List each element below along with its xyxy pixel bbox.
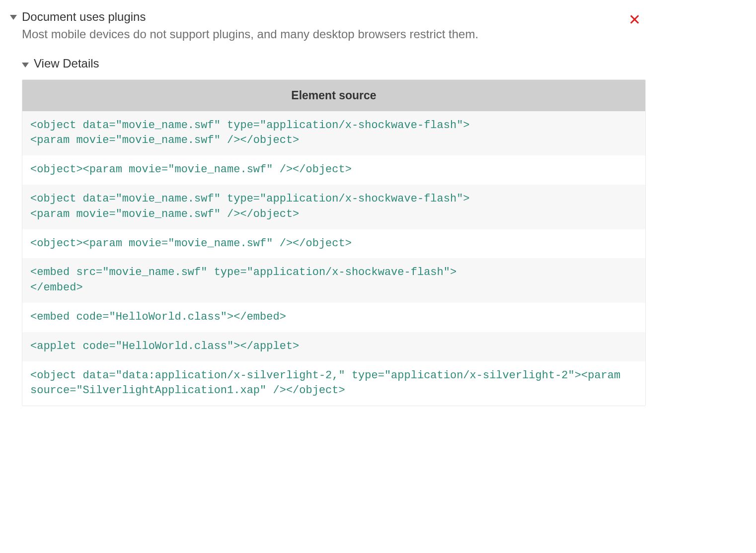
details-section: View Details Element source <object data… xyxy=(22,57,646,407)
table-row: <embed src="movie_name.swf" type="applic… xyxy=(22,258,645,303)
details-label: View Details xyxy=(34,57,99,70)
audit-container: Document uses plugins ✕ Most mobile devi… xyxy=(10,10,646,406)
chevron-down-icon xyxy=(22,63,29,68)
table-row: <object><param movie="movie_name.swf" />… xyxy=(22,155,645,185)
table-row: <embed code="HelloWorld.class"></embed> xyxy=(22,303,645,332)
audit-title: Document uses plugins xyxy=(22,10,146,24)
table-row: <object data="movie_name.swf" type="appl… xyxy=(22,185,645,229)
details-toggle[interactable]: View Details xyxy=(22,57,646,70)
chevron-down-icon[interactable] xyxy=(10,15,17,20)
fail-icon: ✕ xyxy=(628,11,641,28)
table-body: <object data="movie_name.swf" type="appl… xyxy=(22,111,645,406)
table-header: Element source xyxy=(22,80,645,111)
audit-header: Document uses plugins ✕ xyxy=(10,10,646,24)
table-row: <object data="data:application/x-silverl… xyxy=(22,361,645,406)
table-row: <applet code="HelloWorld.class"></applet… xyxy=(22,332,645,361)
table-row: <object data="movie_name.swf" type="appl… xyxy=(22,111,645,156)
table-row: <object><param movie="movie_name.swf" />… xyxy=(22,229,645,259)
audit-description: Most mobile devices do not support plugi… xyxy=(22,26,646,43)
element-source-table: Element source <object data="movie_name.… xyxy=(22,79,646,407)
